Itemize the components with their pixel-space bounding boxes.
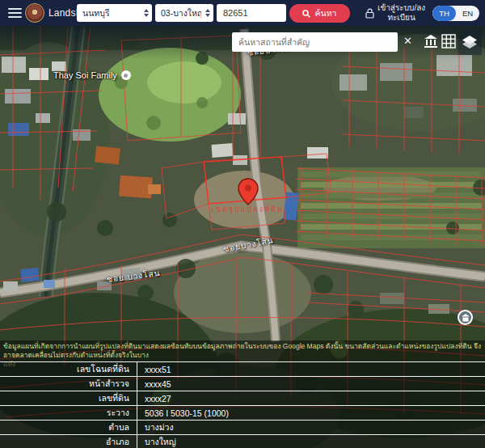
- table-row: เลขที่ดิน xxxx27: [0, 391, 485, 406]
- amphoe-select-value: 03-บางใหญ่: [161, 6, 201, 20]
- map-search-input[interactable]: [232, 32, 398, 52]
- stepper-arrows-icon: [144, 9, 149, 17]
- table-row-label: ระวาง: [0, 406, 137, 420]
- table-row: ตำบล บางม่วง: [0, 421, 485, 435]
- table-row-label: เลขที่ดิน: [0, 391, 137, 405]
- province-select-value: นนทบุรี: [82, 6, 140, 20]
- department-of-lands-logo: [25, 3, 44, 23]
- table-row: เลขโฉนดที่ดิน xxxx51: [0, 362, 485, 377]
- grid-icon[interactable]: [441, 34, 456, 52]
- login-line1: เข้าสู่ระบบ/ลง: [377, 3, 425, 13]
- table-row-value: xxxx45: [137, 379, 485, 389]
- table-row: อำเภอ บางใหญ่: [0, 435, 485, 448]
- table-row-value: บางม่วง: [137, 421, 485, 434]
- menu-icon[interactable]: [8, 8, 22, 18]
- map-canvas[interactable]: ✕ Thay Soi Family ซอยบางโสน ซอยบางโสน ซอ…: [0, 26, 485, 448]
- disclaimer-line1: ข้อมูลแผนที่เกิดจากการนำแผนที่รูปแปลงที่…: [3, 342, 482, 360]
- poi-thay-soi-family[interactable]: Thay Soi Family: [53, 70, 131, 80]
- table-row-label: เลขโฉนดที่ดิน: [0, 362, 137, 376]
- table-row-value: บางใหญ่: [137, 435, 485, 448]
- lang-en-button[interactable]: EN: [456, 6, 479, 21]
- language-toggle: TH EN: [432, 6, 479, 21]
- landmark-icon[interactable]: [424, 34, 438, 52]
- stepper-arrows-icon: [205, 9, 210, 17]
- amphoe-select[interactable]: 03-บางใหญ่: [155, 4, 213, 22]
- table-row: หน้าสำรวจ xxxx45: [0, 377, 485, 391]
- location-pin-icon[interactable]: [238, 178, 259, 209]
- table-row-label: หน้าสำรวจ: [0, 377, 137, 391]
- province-select[interactable]: นนทบุรี: [77, 4, 152, 22]
- table-row-value: 5036 I 5030-15 (1000): [137, 408, 485, 418]
- parcel-info-table: เลขโฉนดที่ดิน xxxx51 หน้าสำรวจ xxxx45 เล…: [0, 361, 485, 448]
- lock-icon: [365, 8, 374, 19]
- search-button-label: ค้นหา: [314, 6, 336, 20]
- table-row-label: ตำบล: [0, 421, 137, 434]
- login-line2: ทะเบียน: [377, 13, 425, 23]
- layers-button[interactable]: [458, 29, 482, 55]
- search-button[interactable]: ค้นหา: [289, 4, 350, 23]
- poi-place-icon[interactable]: [458, 310, 473, 325]
- search-icon: [302, 10, 310, 18]
- table-row-label: อำเภอ: [0, 435, 137, 448]
- map-disclaimer: ข้อมูลแผนที่เกิดจากการนำแผนที่รูปแปลงที่…: [0, 340, 485, 361]
- poi-label: Thay Soi Family: [53, 70, 117, 80]
- table-row-value: xxxx27: [137, 394, 485, 404]
- poi-circle-icon: [121, 70, 131, 80]
- lang-th-button[interactable]: TH: [432, 6, 456, 21]
- landsmaps-app: ✕ Thay Soi Family ซอยบางโสน ซอยบางโสน ซอ…: [0, 0, 485, 448]
- close-icon[interactable]: ✕: [403, 36, 412, 46]
- layers-icon: [462, 34, 478, 50]
- top-navbar: LandsMaps นนทบุรี 03-บางใหญ่ ค้นหา เข้าส…: [0, 0, 485, 26]
- table-row-value: xxxx51: [137, 365, 485, 374]
- table-row: ระวาง 5036 I 5030-15 (1000): [0, 406, 485, 421]
- parcel-number-input[interactable]: [217, 4, 286, 22]
